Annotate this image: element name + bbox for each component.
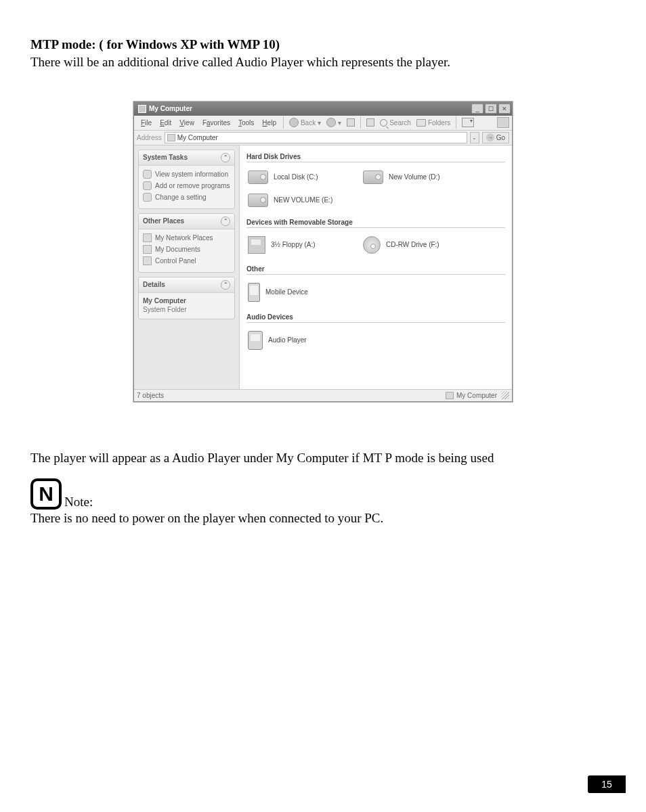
menu-tools[interactable]: Tools <box>234 119 258 127</box>
group-removable: Devices with Removable Storage <box>246 217 505 228</box>
collapse-icon[interactable]: ⌃ <box>221 153 230 162</box>
task-label: View system information <box>155 171 228 178</box>
refresh-icon <box>366 118 374 127</box>
address-bar: Address My Computer ⌄ →Go <box>134 131 512 145</box>
task-label: Change a setting <box>155 194 207 201</box>
place-documents[interactable]: My Documents <box>143 244 230 255</box>
other-places-title: Other Places <box>143 217 184 225</box>
floppy-icon <box>248 236 265 254</box>
note-label: Note: <box>64 495 93 510</box>
address-dropdown[interactable]: ⌄ <box>470 132 479 143</box>
caption-text: The player will appear as a Audio Player… <box>30 449 616 467</box>
computer-icon <box>167 134 175 141</box>
mobile-device-icon <box>248 283 260 302</box>
computer-icon <box>446 392 454 399</box>
cd-icon <box>363 236 381 254</box>
views-button[interactable] <box>459 118 477 127</box>
section-heading: MTP mode: ( for Windows XP with WMP 10) <box>30 37 616 52</box>
address-input[interactable]: My Computer <box>165 132 467 143</box>
drive-new-volume-d[interactable]: New Volume (D:) <box>362 168 477 191</box>
folders-label: Folders <box>428 119 450 127</box>
settings-icon <box>143 193 152 202</box>
minimize-button[interactable]: _ <box>471 104 483 114</box>
place-label: My Network Places <box>155 234 213 242</box>
folders-icon <box>416 119 426 127</box>
page-number: 15 <box>588 775 626 793</box>
search-button[interactable]: Search <box>377 119 414 127</box>
drive-label: Local Disk (C:) <box>274 173 318 181</box>
back-label: Back <box>301 119 316 127</box>
separator <box>283 116 284 129</box>
go-button[interactable]: →Go <box>482 132 509 143</box>
place-label: Control Panel <box>155 257 196 265</box>
maximize-button[interactable]: ☐ <box>485 104 497 114</box>
views-icon <box>462 118 474 127</box>
resize-grip[interactable] <box>501 391 509 399</box>
task-label: Add or remove programs <box>155 182 230 189</box>
audio-player-icon <box>248 331 263 350</box>
menu-favorites[interactable]: Favorites <box>198 119 234 127</box>
address-value: My Computer <box>177 134 218 141</box>
close-button[interactable]: ✕ <box>498 104 511 114</box>
window-icon <box>138 105 146 113</box>
drive-label: CD-RW Drive (F:) <box>386 241 439 248</box>
drive-label: Mobile Device <box>265 288 308 296</box>
back-button[interactable]: Back ▾ <box>286 118 324 127</box>
search-label: Search <box>389 119 411 127</box>
drive-local-c[interactable]: Local Disk (C:) <box>246 168 362 191</box>
drive-floppy-a[interactable]: 3½ Floppy (A:) <box>246 233 362 261</box>
forward-icon <box>326 118 336 127</box>
drive-label: 3½ Floppy (A:) <box>271 241 316 248</box>
menu-edit[interactable]: Edit <box>156 119 175 127</box>
my-computer-window: My Computer _ ☐ ✕ File Edit View Favorit… <box>133 102 513 402</box>
note-text: There is no need to power on the player … <box>30 510 616 527</box>
group-other: Other <box>246 263 505 275</box>
drive-label: NEW VOLUME (E:) <box>274 196 332 204</box>
place-label: My Documents <box>155 246 200 253</box>
status-location: My Computer <box>456 392 497 399</box>
programs-icon <box>143 181 152 190</box>
task-change-setting[interactable]: Change a setting <box>143 191 230 203</box>
group-audio: Audio Devices <box>246 311 505 323</box>
device-audio-player[interactable]: Audio Player <box>246 328 362 357</box>
folder-icon <box>143 245 152 254</box>
menu-file[interactable]: File <box>137 119 156 127</box>
details-panel: Details ⌃ My Computer System Folder <box>138 277 235 319</box>
menu-view[interactable]: View <box>175 119 198 127</box>
hard-disk-icon <box>363 171 383 184</box>
menubar: File Edit View Favorites Tools Help Back… <box>134 116 512 131</box>
search-icon <box>380 119 387 127</box>
menu-help[interactable]: Help <box>258 119 280 127</box>
windows-flag-icon <box>497 117 509 128</box>
drive-new-volume-e[interactable]: NEW VOLUME (E:) <box>246 191 362 214</box>
collapse-icon[interactable]: ⌃ <box>221 280 230 290</box>
refresh-button[interactable] <box>364 118 377 127</box>
titlebar[interactable]: My Computer _ ☐ ✕ <box>134 102 512 116</box>
system-tasks-title: System Tasks <box>143 154 188 161</box>
window-title: My Computer <box>149 105 471 112</box>
back-icon <box>289 118 299 127</box>
task-view-system-info[interactable]: View system information <box>143 168 230 180</box>
up-button[interactable] <box>344 118 358 127</box>
collapse-icon[interactable]: ⌃ <box>221 217 230 226</box>
details-name: My Computer <box>143 296 230 306</box>
details-title: Details <box>143 281 165 288</box>
task-add-remove-programs[interactable]: Add or remove programs <box>143 180 230 191</box>
place-network[interactable]: My Network Places <box>143 232 230 244</box>
info-icon <box>143 170 152 179</box>
status-object-count: 7 objects <box>137 392 164 399</box>
intro-text: There will be an additional drive called… <box>30 53 616 71</box>
hard-disk-icon <box>248 171 268 184</box>
address-label: Address <box>137 134 162 141</box>
place-control-panel[interactable]: Control Panel <box>143 255 230 267</box>
device-mobile[interactable]: Mobile Device <box>246 280 362 309</box>
folders-button[interactable]: Folders <box>414 119 453 127</box>
separator <box>360 116 361 129</box>
content-area: Hard Disk Drives Local Disk (C:) New Vol… <box>240 145 512 389</box>
forward-button[interactable]: ▾ <box>324 118 344 127</box>
drive-cdrw-f[interactable]: CD-RW Drive (F:) <box>362 233 477 261</box>
details-type: System Folder <box>143 306 230 313</box>
control-panel-icon <box>143 256 152 265</box>
group-hdd: Hard Disk Drives <box>246 151 505 162</box>
tasks-sidebar: System Tasks ⌃ View system information A… <box>134 145 240 389</box>
